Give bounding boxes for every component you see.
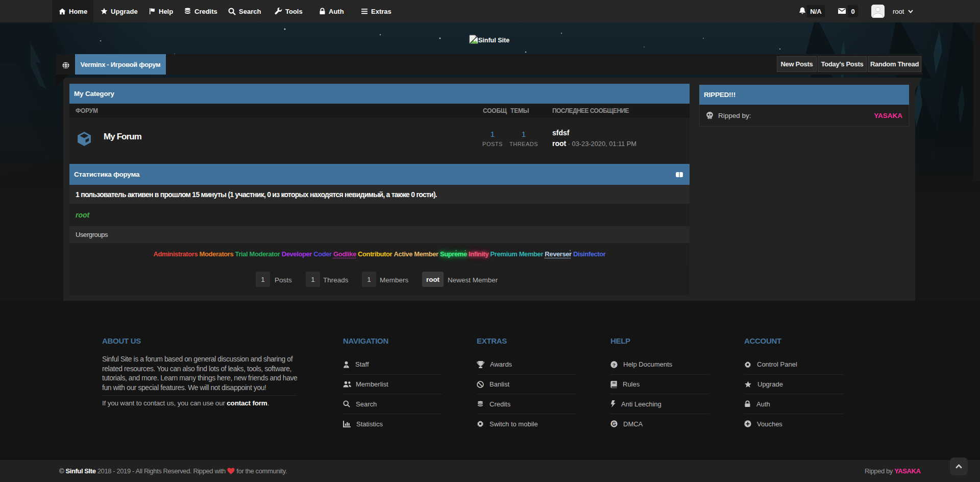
svg-text:Sinful Site: Sinful Site [478,37,509,44]
svg-text:?: ? [612,362,616,367]
svg-text:G: G [612,421,616,427]
